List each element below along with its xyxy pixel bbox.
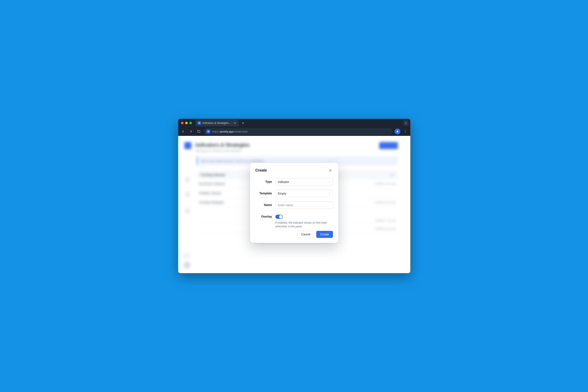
svg-point-1 xyxy=(405,131,405,132)
create-modal: Create Type Indicator xyxy=(250,163,338,243)
browser-tab[interactable]: Indicators & Strategies | Pineify xyxy=(195,120,239,126)
name-input[interactable] xyxy=(275,202,333,209)
create-button-bg xyxy=(379,142,398,149)
select-arrows-icon xyxy=(329,180,331,183)
cancel-button[interactable]: Cancel xyxy=(297,231,314,238)
name-label: Name xyxy=(255,202,272,206)
create-button[interactable]: Create xyxy=(316,231,333,238)
site-favicon-icon xyxy=(206,130,210,133)
url-text: https://pineify.app/builder/inds xyxy=(212,130,248,133)
modal-title: Create xyxy=(255,168,267,172)
svg-point-2 xyxy=(405,132,405,132)
address-bar[interactable]: https://pineify.app/builder/inds xyxy=(204,128,393,135)
sidebar-icon xyxy=(185,177,190,182)
browser-menu-button[interactable] xyxy=(402,128,408,134)
forward-button[interactable] xyxy=(188,128,194,134)
template-label: Template xyxy=(255,190,272,195)
tab-strip: Indicators & Strategies | Pineify xyxy=(178,119,410,127)
window-maximize-button[interactable] xyxy=(189,122,192,124)
sidebar-icon xyxy=(185,192,190,197)
page-subtitle: Manage your indicators and strategies. xyxy=(195,149,250,152)
user-avatar xyxy=(183,262,190,268)
window-minimize-button[interactable] xyxy=(185,122,188,124)
window-close-button[interactable] xyxy=(181,122,183,124)
new-tab-button[interactable] xyxy=(240,120,246,126)
modal-close-button[interactable] xyxy=(328,168,333,173)
overlay-toggle[interactable] xyxy=(275,215,283,219)
page-title: Indicators & Strategies xyxy=(195,142,250,148)
tab-favicon-icon xyxy=(198,121,201,125)
app-logo-icon xyxy=(184,142,191,149)
tab-title: Indicators & Strategies | Pineify xyxy=(203,122,232,124)
back-button[interactable] xyxy=(180,128,186,134)
tabs-overflow-button[interactable] xyxy=(403,120,409,126)
reload-button[interactable] xyxy=(196,128,202,134)
overlay-label: Overlay xyxy=(255,213,272,218)
type-label: Type xyxy=(255,178,272,183)
browser-toolbar: https://pineify.app/builder/inds xyxy=(178,127,410,136)
overlay-help-text: If enabled, the indicator shows on the c… xyxy=(275,221,333,228)
type-select[interactable]: Indicator xyxy=(275,178,333,186)
toggle-knob xyxy=(279,215,282,218)
window-controls xyxy=(181,122,192,124)
select-arrows-icon xyxy=(329,192,331,195)
svg-point-0 xyxy=(405,130,405,131)
browser-window: Indicators & Strategies | Pineify xyxy=(178,119,410,273)
sidebar-icon xyxy=(185,208,190,214)
template-select-value: Empty xyxy=(278,192,286,195)
template-select[interactable]: Empty xyxy=(275,190,333,197)
page-viewport: Indicators & Strategies Manage your indi… xyxy=(178,136,410,273)
tab-close-button[interactable] xyxy=(233,121,237,125)
plan-badge xyxy=(183,254,190,258)
type-select-value: Indicator xyxy=(278,180,289,184)
extension-icon[interactable] xyxy=(395,128,400,134)
